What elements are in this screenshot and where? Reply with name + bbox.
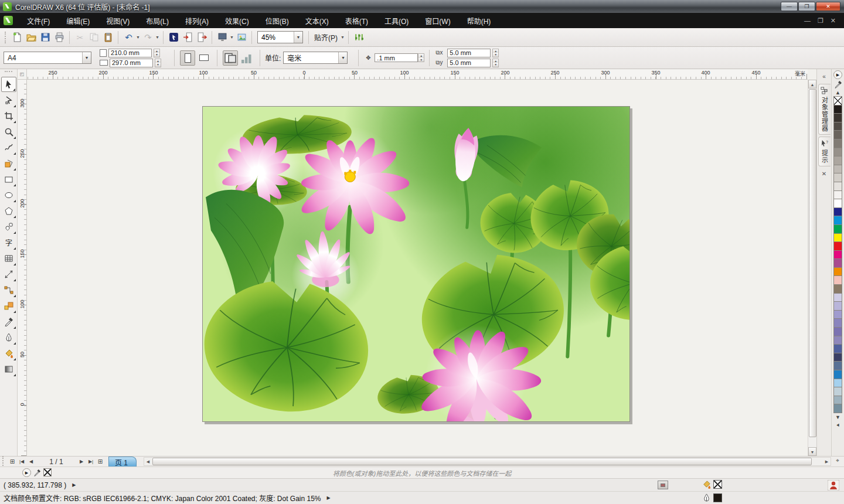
all-pages-button[interactable] [223, 50, 238, 66]
color-swatch-10[interactable] [833, 182, 842, 191]
color-swatch-14[interactable] [833, 216, 842, 225]
color-swatch-30[interactable] [833, 353, 842, 362]
paper-height-field[interactable]: 297.0 mm [110, 59, 153, 67]
document-palette-eyedropper-icon[interactable] [33, 469, 41, 476]
menu-item-4[interactable]: 排列(A) [177, 13, 217, 28]
close-button[interactable]: ✕ [816, 2, 840, 11]
outline-pen-tool[interactable] [1, 330, 16, 345]
fill-tool[interactable] [1, 346, 16, 361]
undo-dropdown[interactable]: ▼ [135, 30, 141, 45]
nudge-offset-spinner[interactable]: ▲▼ [418, 53, 424, 62]
duplicate-x-spinner[interactable]: ▲▼ [492, 49, 499, 57]
paper-size-combo[interactable]: A4 ▼ [4, 52, 91, 64]
paper-height-spinner[interactable]: ▲▼ [155, 59, 161, 67]
menu-item-11[interactable]: 帮助(H) [459, 13, 499, 28]
add-page-before-button[interactable]: ⊞ [8, 458, 17, 465]
add-page-after-button[interactable]: ⊞ [96, 458, 105, 465]
doc-restore-button[interactable]: ❐ [818, 17, 823, 25]
color-swatch-19[interactable] [833, 258, 842, 268]
horizontal-scrollbar-thumb[interactable] [152, 458, 812, 465]
basic-shapes-tool[interactable] [1, 219, 16, 234]
color-swatch-3[interactable] [833, 122, 842, 131]
color-swatch-18[interactable] [833, 250, 842, 260]
outline-color-swatch[interactable] [713, 493, 722, 502]
color-swatch-17[interactable] [833, 241, 842, 251]
docker-collapse-button[interactable]: « [819, 71, 830, 82]
color-swatch-24[interactable] [833, 301, 842, 311]
restore-button[interactable]: ❐ [798, 2, 815, 11]
polygon-tool[interactable] [1, 203, 16, 219]
rectangle-tool[interactable] [1, 172, 16, 187]
membership-icon[interactable] [828, 480, 839, 491]
toolbar-grip[interactable] [5, 32, 8, 43]
redo-button[interactable]: ↷ [141, 30, 155, 45]
scroll-down-icon[interactable]: ▼ [808, 447, 816, 456]
color-swatch-8[interactable] [833, 165, 842, 174]
duplicate-x-field[interactable]: 5.0 mm [447, 49, 491, 57]
color-swatch-4[interactable] [833, 130, 842, 139]
doc-minimize-button[interactable]: — [804, 17, 811, 25]
crop-tool[interactable] [1, 108, 16, 124]
zoom-level-combo[interactable]: 45% ▼ [257, 31, 303, 43]
nudge-offset-field[interactable]: .1 mm [375, 53, 418, 62]
duplicate-y-field[interactable]: 5.0 mm [447, 59, 491, 67]
vertical-scrollbar[interactable]: ▲ ▼ [808, 80, 816, 456]
docker-tab-object-manager[interactable]: 对象管理器 [818, 84, 831, 135]
color-swatch-36[interactable] [833, 404, 842, 413]
color-swatch-23[interactable] [833, 293, 842, 302]
minimize-button[interactable]: — [781, 2, 798, 11]
page-counter[interactable]: 1 / 1 [36, 458, 77, 466]
color-swatch-25[interactable] [833, 310, 842, 319]
color-swatch-29[interactable] [833, 344, 842, 353]
freehand-tool[interactable] [1, 140, 16, 155]
menu-item-1[interactable]: 编辑(E) [58, 13, 98, 28]
interactive-fill-tool[interactable] [1, 362, 16, 377]
color-swatch-16[interactable] [833, 233, 842, 243]
paper-width-field[interactable]: 210.0 mm [108, 49, 152, 57]
export-button[interactable] [195, 30, 209, 45]
welcome-screen-button[interactable] [234, 30, 249, 45]
menu-item-9[interactable]: 工具(O) [376, 13, 417, 28]
color-swatch-33[interactable] [833, 379, 842, 388]
snap-to-label[interactable]: 贴齐(P) [312, 32, 340, 42]
paste-button[interactable] [101, 30, 115, 45]
color-proof-icon[interactable] [658, 481, 668, 489]
duplicate-y-spinner[interactable]: ▲▼ [492, 59, 499, 67]
palette-expand-icon[interactable]: ⯇ [833, 421, 843, 430]
redo-dropdown[interactable]: ▼ [155, 30, 160, 45]
document-page[interactable] [202, 106, 630, 422]
palette-eyedropper-icon[interactable] [834, 80, 842, 88]
profile-flyout-icon[interactable]: ▶ [327, 495, 331, 500]
document-palette-flyout-button[interactable]: ▶ [22, 468, 31, 477]
docker-close-button[interactable]: ✕ [819, 169, 830, 179]
docker-tab-hints[interactable]: ? 提示 [818, 137, 831, 166]
menu-item-3[interactable]: 布局(L) [138, 13, 177, 28]
ellipse-tool[interactable] [1, 188, 16, 203]
view-navigator-button[interactable]: ⌖ [832, 457, 843, 466]
palette-scroll-up-icon[interactable]: ▲ [833, 88, 843, 97]
color-swatch-35[interactable] [833, 396, 842, 405]
color-swatch-15[interactable] [833, 224, 842, 234]
doc-close-button[interactable]: ✕ [831, 17, 836, 25]
menu-item-5[interactable]: 效果(C) [217, 13, 257, 28]
menu-item-6[interactable]: 位图(B) [257, 13, 297, 28]
search-content-button[interactable] [166, 30, 181, 45]
new-document-button[interactable] [10, 30, 24, 45]
menu-item-2[interactable]: 视图(V) [98, 13, 138, 28]
snap-to-dropdown[interactable]: ▼ [340, 30, 345, 45]
color-swatch-22[interactable] [833, 284, 842, 294]
scroll-left-icon[interactable]: ◀ [144, 458, 152, 465]
color-swatch-11[interactable] [833, 190, 842, 200]
color-swatch-6[interactable] [833, 148, 842, 157]
blend-tool[interactable] [1, 298, 16, 314]
text-tool[interactable]: 字 [1, 235, 16, 250]
color-swatch-20[interactable] [833, 267, 842, 277]
menu-item-0[interactable]: 文件(F) [19, 13, 58, 28]
pagebar-grip[interactable] [2, 456, 5, 468]
scroll-right-icon[interactable]: ▶ [823, 458, 831, 465]
page-tab[interactable]: 页 1 [108, 457, 137, 466]
application-launcher-button[interactable] [215, 30, 229, 45]
fill-color-swatch[interactable] [713, 480, 722, 489]
shape-tool[interactable] [1, 93, 16, 108]
color-swatch-34[interactable] [833, 387, 842, 396]
